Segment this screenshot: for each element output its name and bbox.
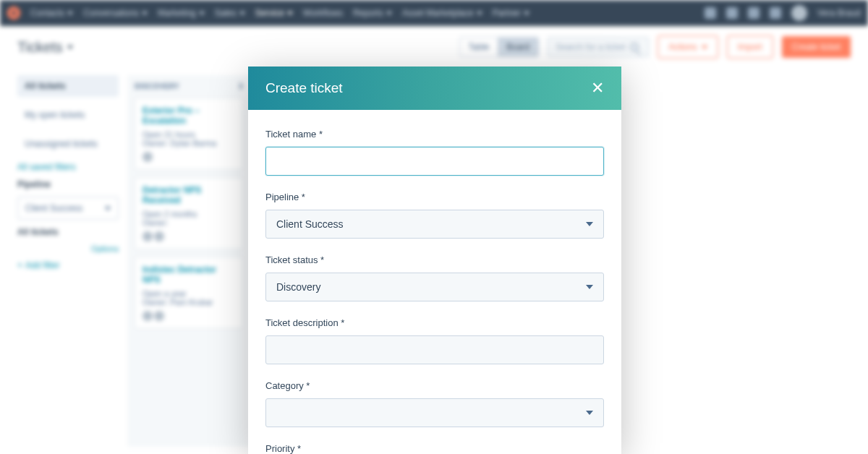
nav-contacts[interactable]: Contacts bbox=[30, 8, 73, 18]
sidebar: All tickets My open tickets Unassigned t… bbox=[17, 75, 119, 447]
status-label: Ticket status * bbox=[265, 254, 604, 265]
kanban-column-discovery: DISCOVERY3 Exterior Pro – Escalation Ope… bbox=[127, 75, 250, 447]
nav-workflows[interactable]: Workflows bbox=[303, 8, 343, 18]
field-description: Ticket description * bbox=[265, 317, 604, 364]
plus-icon: + bbox=[17, 260, 22, 270]
nav-asset-marketplace[interactable]: Asset Marketplace bbox=[402, 8, 482, 18]
priority-label: Priority * bbox=[265, 443, 604, 454]
avatar-icon bbox=[154, 231, 164, 241]
avatar-icon bbox=[142, 152, 153, 162]
field-status: Ticket status * Discovery bbox=[265, 254, 604, 301]
pipeline-label: Pipeline * bbox=[265, 192, 604, 202]
pipeline-select[interactable]: Client Success bbox=[17, 197, 119, 220]
nav-conversations[interactable]: Conversations bbox=[83, 8, 148, 18]
chevron-down-icon bbox=[142, 12, 148, 15]
top-nav: Contacts Conversations Marketing Sales S… bbox=[0, 0, 868, 26]
status-select[interactable]: Discovery bbox=[265, 273, 604, 301]
avatar[interactable] bbox=[791, 5, 807, 21]
chevron-down-icon bbox=[702, 46, 707, 49]
chevron-down-icon bbox=[586, 411, 593, 415]
view-toggle: Table Board bbox=[459, 37, 540, 57]
search-placeholder: Search for a ticket bbox=[556, 42, 626, 52]
hubspot-logo-icon[interactable] bbox=[7, 7, 20, 20]
create-ticket-modal: Create ticket ✕ Ticket name * Pipeline *… bbox=[248, 67, 621, 454]
actions-button[interactable]: Actions bbox=[658, 35, 718, 59]
card-open-time: Open 2 months bbox=[142, 210, 235, 218]
add-filter-button[interactable]: +Add filter bbox=[17, 260, 119, 270]
description-input[interactable] bbox=[265, 335, 604, 364]
pipeline-value: Client Success bbox=[276, 218, 344, 230]
chevron-down-icon bbox=[67, 12, 73, 15]
search-icon[interactable] bbox=[705, 7, 716, 19]
view-board-button[interactable]: Board bbox=[498, 38, 538, 56]
page-header: Tickets Table Board Search for a ticket … bbox=[0, 26, 868, 68]
sidebar-item-my-open[interactable]: My open tickets bbox=[17, 104, 119, 126]
card-owner: Owner: Dylan Barma bbox=[142, 139, 235, 147]
ticket-name-input[interactable] bbox=[265, 147, 604, 176]
avatar-icon bbox=[154, 311, 164, 321]
sidebar-item-all-tickets[interactable]: All tickets bbox=[17, 75, 119, 97]
category-label: Category * bbox=[265, 380, 604, 391]
page-title[interactable]: Tickets bbox=[17, 39, 73, 56]
card-open-time: Open 21 hours bbox=[142, 130, 235, 139]
column-header: DISCOVERY3 bbox=[135, 82, 243, 90]
chevron-down-icon bbox=[586, 285, 593, 289]
card-owner: Owner: Pam Krubar bbox=[142, 298, 235, 307]
nav-marketing[interactable]: Marketing bbox=[158, 8, 205, 18]
nav-reports[interactable]: Reports bbox=[353, 8, 392, 18]
search-input[interactable]: Search for a ticket bbox=[548, 37, 649, 57]
nav-sales[interactable]: Sales bbox=[215, 8, 245, 18]
category-select[interactable] bbox=[265, 398, 604, 427]
chevron-down-icon bbox=[199, 12, 205, 15]
card-title: Indistec Detractor NPS bbox=[142, 265, 235, 285]
ticket-card[interactable]: Detractor NPS Received Open 2 months Own… bbox=[135, 177, 243, 249]
ticket-card[interactable]: Indistec Detractor NPS Open a year Owner… bbox=[135, 257, 243, 329]
create-ticket-button[interactable]: Create ticket bbox=[782, 36, 851, 58]
modal-title: Create ticket bbox=[265, 80, 343, 96]
chevron-down-icon bbox=[287, 12, 293, 15]
status-value: Discovery bbox=[276, 281, 320, 293]
chevron-down-icon bbox=[477, 12, 482, 15]
chevron-down-icon bbox=[239, 12, 245, 15]
settings-icon[interactable] bbox=[748, 7, 760, 19]
saved-filters-link[interactable]: All saved filters bbox=[17, 162, 119, 172]
card-owner: Owner: bbox=[142, 218, 235, 227]
pipeline-select[interactable]: Client Success bbox=[265, 210, 604, 239]
field-pipeline: Pipeline * Client Success bbox=[265, 192, 604, 239]
card-title: Detractor NPS Received bbox=[142, 185, 235, 205]
pipeline-label: Pipeline bbox=[17, 179, 119, 189]
field-category: Category * bbox=[265, 380, 604, 427]
modal-body: Ticket name * Pipeline * Client Success … bbox=[248, 110, 621, 454]
ticket-name-label: Ticket name * bbox=[265, 129, 604, 140]
chevron-down-icon bbox=[586, 222, 593, 226]
search-icon bbox=[630, 43, 639, 51]
nav-partner[interactable]: Partner bbox=[493, 8, 529, 18]
chevron-down-icon bbox=[386, 12, 392, 15]
avatar-icon bbox=[142, 311, 153, 321]
card-title: Exterior Pro – Escalation bbox=[142, 106, 235, 126]
field-ticket-name: Ticket name * bbox=[265, 129, 604, 176]
card-open-time: Open a year bbox=[142, 289, 235, 298]
chevron-down-icon bbox=[524, 12, 529, 15]
chevron-down-icon bbox=[105, 207, 111, 210]
sidebar-item-unassigned[interactable]: Unassigned tickets bbox=[17, 133, 119, 155]
all-tickets-label: All tickets bbox=[17, 227, 119, 237]
user-name[interactable]: Vera Braud bbox=[817, 8, 861, 18]
import-button[interactable]: Import bbox=[727, 35, 773, 59]
chevron-down-icon bbox=[67, 46, 73, 49]
avatar-icon bbox=[142, 231, 153, 241]
notifications-icon[interactable] bbox=[770, 7, 781, 19]
description-label: Ticket description * bbox=[265, 317, 604, 328]
view-table-button[interactable]: Table bbox=[460, 38, 498, 56]
nav-service[interactable]: Service bbox=[255, 8, 293, 18]
close-icon[interactable]: ✕ bbox=[591, 80, 604, 96]
ticket-card[interactable]: Exterior Pro – Escalation Open 21 hours … bbox=[135, 98, 243, 170]
marketplace-icon[interactable] bbox=[726, 7, 738, 19]
field-priority: Priority * bbox=[265, 443, 604, 454]
options-link[interactable]: Options bbox=[17, 244, 119, 253]
modal-header: Create ticket ✕ bbox=[248, 67, 621, 110]
